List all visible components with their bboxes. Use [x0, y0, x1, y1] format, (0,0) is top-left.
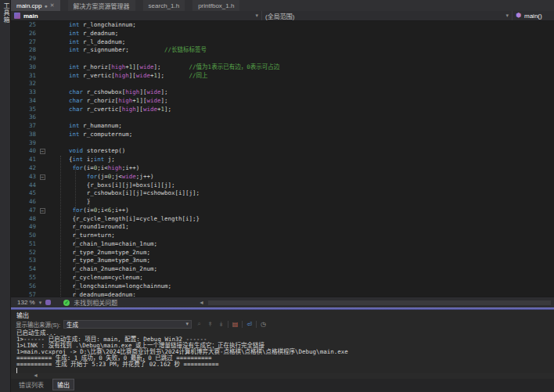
code-text[interactable]: int r_horiz[high+1][wide]; //值为1表示已有边，0表…	[49, 63, 279, 72]
code-analysis-icon[interactable]	[45, 300, 51, 305]
output-caret-line	[16, 368, 554, 373]
code-text[interactable]	[49, 80, 55, 88]
document-tab[interactable]: 解决方案资源管理器	[68, 0, 135, 11]
code-text[interactable]: }	[49, 198, 90, 207]
code-text[interactable]: r_chain_1num=chain_1num;	[49, 240, 157, 249]
fold-column	[36, 131, 49, 139]
code-line: 47− for(i=0;i<6;i++)	[11, 207, 554, 215]
code-editor[interactable]: 25 int r_longchainnum;26 int r_deadnum;2…	[11, 21, 554, 297]
prev-message-icon[interactable]: ↟	[206, 320, 214, 329]
code-text[interactable]: {int i;int j;	[49, 156, 115, 164]
left-tool-rail: 工具箱	[0, 0, 11, 392]
toolbox-vertical-tab[interactable]: 工具箱	[0, 0, 12, 26]
line-number: 35	[11, 106, 36, 114]
document-tab[interactable]: search_1.h	[143, 0, 185, 11]
line-number: 32	[11, 80, 36, 88]
toolbar-separator	[228, 321, 228, 328]
fold-column	[36, 164, 49, 173]
code-line: 45 r_cshowbox[i][j]=cshowbox[i][j];	[11, 189, 554, 198]
code-text[interactable]	[49, 139, 55, 148]
code-line: 26 int r_deadnum;	[11, 30, 554, 38]
fold-column	[36, 274, 49, 282]
code-text[interactable]: int r_longchainnum;	[49, 21, 136, 30]
code-text[interactable]: int r_l_deadnum;	[49, 38, 125, 47]
fold-column	[36, 223, 49, 232]
output-source-value: 生成	[67, 320, 78, 329]
code-text[interactable]: r_cyclenum=cyclenum;	[49, 274, 143, 282]
member-dropdown[interactable]: ⬢ main()	[513, 11, 554, 20]
fold-column	[36, 97, 49, 106]
code-text[interactable]: int r_computernum;	[49, 131, 132, 139]
panel-tab-error-list[interactable]: 错误列表	[15, 379, 48, 390]
indent-guide	[89, 198, 90, 223]
code-line: 27 int r_l_deadnum;	[11, 38, 554, 47]
fold-column	[36, 156, 49, 164]
code-text[interactable]: char r_choriz[high+1][wide];	[49, 97, 168, 106]
fold-collapse-icon[interactable]: −	[40, 208, 45, 214]
code-text[interactable]: char r_cvertic[high][wide+1];	[49, 106, 171, 114]
code-text[interactable]: r_type_2num=type_2num;	[49, 249, 150, 257]
clock-icon[interactable]: ◷	[259, 320, 268, 329]
code-text[interactable]: for(j=0;j<wide;j++)	[49, 173, 153, 182]
chevron-down-icon[interactable]: ▾	[39, 300, 42, 306]
code-text[interactable]	[49, 113, 55, 122]
fold-column	[36, 55, 49, 63]
code-text[interactable]: {r_boxs[i][j]=boxs[i][j];	[49, 182, 175, 190]
output-log[interactable]: 已启动生成...1>------ 已启动生成: 项目: main, 配置: De…	[11, 329, 554, 373]
code-text[interactable]: void storestep()	[49, 147, 125, 156]
line-number: 46	[11, 198, 36, 207]
code-line: 49 r_round1=round1;	[11, 223, 554, 232]
line-number: 53	[11, 257, 36, 265]
code-text[interactable]: r_chain_2num=chain_2num;	[49, 265, 157, 274]
panel-tab-output[interactable]: 输出	[52, 379, 74, 390]
fold-collapse-icon[interactable]: −	[40, 149, 45, 154]
code-text[interactable]: int r_deadnum;	[49, 30, 118, 38]
indent-guide	[75, 164, 76, 297]
fold-column	[36, 198, 49, 207]
code-text[interactable]: int r_signnumber; //长链标标签号	[49, 46, 207, 55]
code-line: 34 char r_choriz[high+1][wide];	[11, 97, 554, 106]
hscroll-left-arrow-icon[interactable]: ◄	[33, 372, 38, 378]
code-text[interactable]: r_deadnum=deadnum;	[49, 291, 136, 297]
code-text[interactable]: r_type_3num=type_3num;	[49, 257, 150, 265]
line-number: 36	[11, 113, 36, 122]
code-text[interactable]: {r_cycle_length[i]=cycle_length[i];}	[49, 215, 200, 224]
fold-column	[36, 215, 49, 224]
fold-column	[36, 30, 49, 38]
output-source-dropdown[interactable]: 生成 ▾	[63, 320, 192, 329]
fold-column	[36, 46, 49, 55]
fold-column	[36, 113, 49, 122]
line-number: 34	[11, 97, 36, 106]
close-icon[interactable]: ✕	[50, 2, 55, 9]
next-message-icon[interactable]: ↡	[217, 320, 225, 329]
fold-column	[36, 249, 49, 257]
code-text[interactable]: int r_humannum;	[49, 122, 122, 131]
fold-collapse-icon[interactable]: −	[40, 174, 45, 180]
find-message-icon[interactable]: ⌕	[195, 320, 203, 329]
line-number: 49	[11, 223, 36, 232]
line-number: 43	[11, 173, 36, 182]
code-text[interactable]	[49, 55, 55, 63]
code-line: 57 r_deadnum=deadnum;	[11, 291, 554, 297]
code-line: 46 }	[11, 198, 554, 207]
scope-dropdown[interactable]: (全局范围) ▾	[262, 11, 513, 20]
code-text[interactable]: char r_cshowbox[high][wide];	[49, 88, 168, 97]
fold-column	[36, 80, 49, 88]
editor-zoom-level[interactable]: 132 %	[17, 299, 35, 306]
health-check-icon[interactable]: ✓	[63, 300, 70, 306]
document-tab[interactable]: printfbox_1.h	[192, 0, 239, 11]
project-dropdown[interactable]: main ▾	[11, 11, 262, 20]
code-text[interactable]: for(i=0;i<high;i++)	[49, 164, 139, 173]
code-text[interactable]: int r_vertic[high][wide+1]; //同上	[49, 72, 208, 81]
editor-horizontal-scrollbar[interactable]	[208, 300, 551, 305]
clear-all-icon[interactable]: ▤	[231, 320, 239, 329]
code-text[interactable]: r_turn=turn;	[49, 232, 115, 240]
code-text[interactable]: r_cshowbox[i][j]=cshowbox[i][j];	[49, 189, 200, 198]
hscroll-left-arrow-icon[interactable]: ◄	[199, 300, 204, 305]
code-line: 43− for(j=0;j<wide;j++)	[11, 173, 554, 182]
code-line: 37 int r_humannum;	[11, 122, 554, 131]
output-horizontal-scrollbar[interactable]: ◄	[11, 373, 554, 379]
code-text[interactable]: r_longchainnum=longchainnum;	[49, 282, 171, 291]
word-wrap-icon[interactable]: ⏎	[245, 320, 254, 329]
document-tab[interactable]: main.cpp●✕	[11, 0, 60, 11]
